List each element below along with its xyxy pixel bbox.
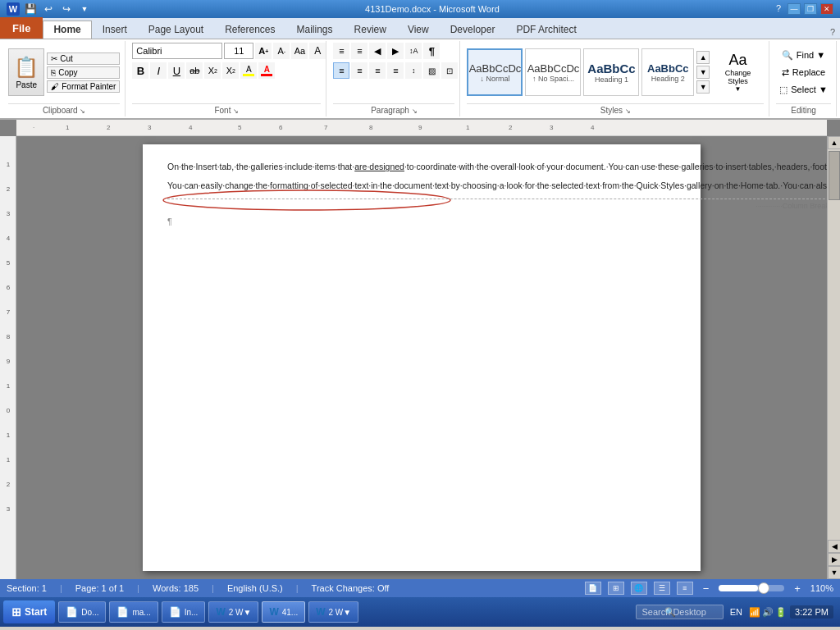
- borders-button[interactable]: ⊡: [441, 62, 458, 79]
- styles-scroll-down[interactable]: ▼: [696, 66, 710, 79]
- svg-point-0: [163, 190, 450, 210]
- shrink-font-button[interactable]: A-: [273, 43, 290, 59]
- select-icon: ⬚: [779, 84, 788, 95]
- style-normal-preview: AaBbCcDc: [469, 62, 522, 75]
- align-center-button[interactable]: ≡: [351, 62, 368, 79]
- search-box[interactable]: Search Desktop 🔍: [636, 605, 723, 619]
- styles-scroll-up[interactable]: ▲: [696, 51, 710, 64]
- clock[interactable]: 3:22 PM: [790, 605, 833, 619]
- taskbar-label-2w1: 2 W▼: [229, 608, 252, 617]
- minimize-button[interactable]: —: [788, 3, 801, 15]
- shading-button[interactable]: ▨: [423, 62, 440, 79]
- font-color-button[interactable]: A: [258, 62, 275, 79]
- style-heading1[interactable]: AaBbCc Heading 1: [583, 48, 639, 96]
- taskbar-item-in[interactable]: 📄 In...: [162, 601, 206, 623]
- start-button[interactable]: ⊞ Start: [3, 600, 55, 623]
- change-styles-button[interactable]: Aa ChangeStyles ▼: [712, 48, 764, 97]
- style-no-spacing-label: ↑ No Spaci...: [532, 75, 574, 83]
- start-label: Start: [25, 606, 47, 618]
- clipboard-label: Clipboard ↘: [8, 103, 120, 115]
- style-normal[interactable]: AaBbCcDc ↓ Normal: [467, 48, 523, 96]
- tab-mailings[interactable]: Mailings: [286, 21, 344, 39]
- quick-access-customize[interactable]: ▼: [77, 2, 92, 16]
- subscript-button[interactable]: X2: [204, 62, 221, 79]
- scroll-track[interactable]: [828, 149, 840, 540]
- text-highlight-button[interactable]: A: [240, 62, 257, 79]
- view-draft-button[interactable]: ≡: [677, 582, 693, 595]
- grow-font-button[interactable]: A+: [255, 43, 272, 59]
- clear-format-button[interactable]: A: [309, 43, 326, 59]
- align-left-button[interactable]: ≡: [333, 62, 349, 79]
- scroll-down-button[interactable]: ▼: [828, 566, 840, 579]
- ribbon-help[interactable]: ?: [825, 25, 840, 39]
- styles-more[interactable]: ▼: [696, 80, 710, 94]
- view-web-button[interactable]: 🌐: [631, 582, 647, 595]
- volume-icon[interactable]: 🔊: [762, 607, 774, 618]
- taskbar-item-2w2[interactable]: W 2 W▼: [308, 601, 358, 623]
- superscript-button[interactable]: X2: [222, 62, 239, 79]
- column-left: On·the·Insert·tab,·the·galleries·include…: [167, 161, 827, 282]
- font-name-input[interactable]: [132, 43, 222, 59]
- battery-icon[interactable]: 🔋: [775, 607, 787, 618]
- view-outline-button[interactable]: ☰: [654, 582, 670, 595]
- zoom-level[interactable]: 110%: [810, 583, 833, 593]
- tab-home[interactable]: Home: [43, 21, 91, 39]
- tab-pdf-architect[interactable]: PDF Architect: [505, 21, 587, 39]
- quick-access-undo[interactable]: ↩: [41, 2, 56, 16]
- restore-button[interactable]: ❐: [804, 3, 817, 15]
- zoom-slider[interactable]: [719, 585, 784, 591]
- close-button[interactable]: ✕: [820, 3, 833, 15]
- zoom-out-button[interactable]: −: [700, 582, 713, 595]
- tab-review[interactable]: Review: [344, 21, 397, 39]
- font-size-input[interactable]: [224, 43, 253, 59]
- status-separator3: |: [212, 583, 214, 593]
- network-icon[interactable]: 📶: [749, 607, 760, 618]
- tab-view[interactable]: View: [397, 21, 440, 39]
- bold-button[interactable]: B: [132, 62, 148, 79]
- tab-references[interactable]: References: [214, 21, 285, 39]
- align-right-button[interactable]: ≡: [369, 62, 386, 79]
- style-no-spacing[interactable]: AaBbCcDc ↑ No Spaci...: [525, 48, 581, 96]
- view-print-button[interactable]: 📄: [585, 582, 601, 595]
- taskbar-item-2w1[interactable]: W 2 W▼: [208, 601, 258, 623]
- strikethrough-button[interactable]: ab: [186, 62, 203, 79]
- taskbar-icon-in: 📄: [169, 606, 181, 618]
- replace-button[interactable]: ⇄ Replace: [778, 66, 829, 80]
- zoom-in-button[interactable]: +: [791, 582, 804, 595]
- italic-button[interactable]: I: [150, 62, 167, 79]
- select-button[interactable]: ⬚ Select ▼: [776, 83, 831, 97]
- style-heading2[interactable]: AaBbCc Heading 2: [641, 48, 694, 96]
- quick-access-redo[interactable]: ↪: [59, 2, 74, 16]
- tab-file[interactable]: File: [0, 17, 43, 39]
- editing-group: 🔍 Find ▼ ⇄ Replace ⬚ Select ▼ Editing: [771, 41, 837, 116]
- scroll-thumb[interactable]: [829, 151, 840, 200]
- numbering-button[interactable]: ≡: [351, 43, 368, 59]
- underline-button[interactable]: U: [168, 62, 185, 79]
- bullets-button[interactable]: ≡: [333, 43, 349, 59]
- decrease-indent-button[interactable]: ◀: [369, 43, 386, 59]
- find-button[interactable]: 🔍 Find ▼: [778, 48, 829, 62]
- view-fullscreen-button[interactable]: ⊞: [608, 582, 624, 595]
- language-bar[interactable]: EN: [727, 605, 746, 619]
- tab-developer[interactable]: Developer: [440, 21, 506, 39]
- justify-button[interactable]: ≡: [387, 62, 404, 79]
- change-case-button[interactable]: Aa: [291, 43, 308, 59]
- show-hide-button[interactable]: ¶: [423, 43, 440, 59]
- help-icon[interactable]: ?: [773, 3, 784, 15]
- taskbar-item-41[interactable]: W 41...: [262, 601, 305, 623]
- quick-access-save[interactable]: 💾: [23, 2, 38, 16]
- increase-indent-button[interactable]: ▶: [387, 43, 404, 59]
- sort-button[interactable]: ↕A: [405, 43, 422, 59]
- tab-insert[interactable]: Insert: [92, 21, 138, 39]
- cut-button[interactable]: ✂ Cut: [47, 52, 120, 65]
- line-spacing-button[interactable]: ↕: [405, 62, 422, 79]
- copy-button[interactable]: ⎘ Copy: [47, 66, 120, 79]
- taskbar-item-ma[interactable]: 📄 ma...: [109, 601, 158, 623]
- scroll-up-button[interactable]: ▲: [828, 136, 840, 149]
- paste-button[interactable]: 📋 Paste: [8, 48, 44, 96]
- scroll-next-page[interactable]: ▶: [828, 553, 840, 566]
- format-painter-button[interactable]: 🖌 Format Painter: [47, 80, 120, 93]
- tab-page-layout[interactable]: Page Layout: [138, 21, 214, 39]
- taskbar-item-do[interactable]: 📄 Do...: [58, 601, 106, 623]
- scroll-previous-page[interactable]: ◀: [828, 540, 840, 553]
